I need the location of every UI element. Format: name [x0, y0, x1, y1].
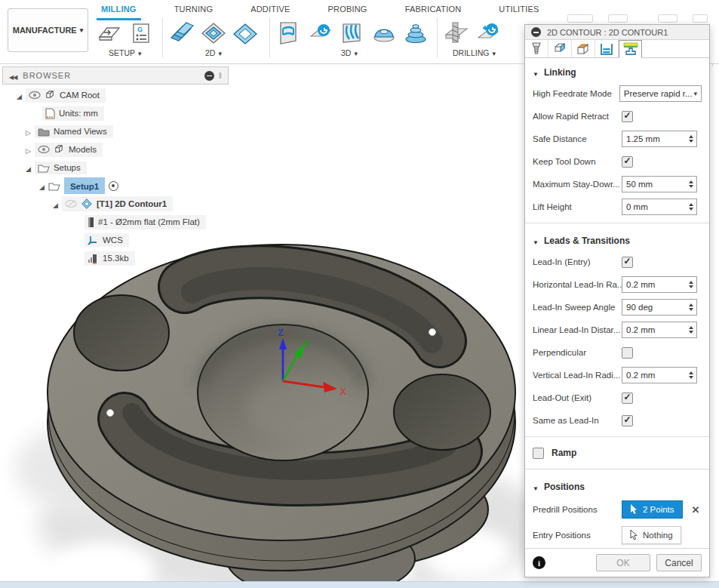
- high-feedrate-mode-dropdown[interactable]: Preserve rapid r...: [619, 85, 702, 102]
- predrill-point-2[interactable]: [107, 410, 114, 417]
- section-divider: [525, 436, 709, 437]
- post-process-icon[interactable]: G: [127, 19, 155, 48]
- expand-triangle-icon[interactable]: [17, 88, 22, 102]
- expand-triangle-icon[interactable]: [26, 161, 31, 174]
- bore-icon[interactable]: [474, 19, 502, 48]
- setup-group-label[interactable]: SETUP: [109, 48, 142, 57]
- tree-row-named-views[interactable]: Named Views: [26, 124, 113, 139]
- field-label: Lift Height: [533, 202, 622, 211]
- same-as-lead-in-checkbox[interactable]: ✓: [622, 415, 633, 426]
- eye-icon[interactable]: [29, 90, 41, 100]
- lead-out-checkbox[interactable]: ✓: [622, 393, 633, 404]
- active-setup-indicator-icon[interactable]: [109, 181, 118, 191]
- spiral-icon[interactable]: [401, 19, 430, 48]
- leads-section-header[interactable]: Leads & Transitions: [525, 228, 709, 251]
- tree-row-units[interactable]: Units: mm: [42, 106, 104, 121]
- safe-distance-input[interactable]: 1.25 mm: [622, 131, 697, 147]
- 2d-contour-icon[interactable]: [231, 19, 260, 48]
- tree-row-statistics[interactable]: 15.3kb: [84, 251, 135, 266]
- collapsed-triangle-icon[interactable]: [26, 125, 31, 138]
- section-collapse-icon[interactable]: [533, 234, 539, 248]
- tool-tab-icon[interactable]: [525, 40, 548, 57]
- entry-positions-button[interactable]: Nothing: [622, 526, 681, 544]
- heights-tab-icon[interactable]: [572, 40, 595, 57]
- eye-icon[interactable]: [38, 144, 50, 155]
- spinner-arrows[interactable]: [686, 368, 696, 383]
- field-label: Keep Tool Down: [533, 157, 622, 166]
- spinner-arrows[interactable]: [686, 177, 696, 192]
- ramp-checkbox[interactable]: [533, 448, 544, 459]
- same-as-lead-in-row: Same as Lead-In ✓: [525, 409, 709, 432]
- ok-button[interactable]: OK: [596, 554, 650, 571]
- tree-row-models[interactable]: Models: [26, 142, 103, 157]
- horizontal-icon[interactable]: [306, 19, 335, 48]
- high-feedrate-mode-row: High Feedrate Mode Preserve rapid r...: [525, 82, 709, 105]
- lift-height-input[interactable]: 0 mm: [622, 199, 697, 215]
- tree-row-setups[interactable]: Setups: [26, 160, 87, 175]
- 2d-adaptive-icon[interactable]: [167, 19, 196, 48]
- info-icon[interactable]: [533, 556, 545, 569]
- tree-row-tool[interactable]: #1 - Ø2mm flat (2mm Flat): [84, 214, 206, 229]
- positions-section-header[interactable]: Positions: [525, 474, 709, 497]
- drilling-group-label[interactable]: DRILLING: [453, 48, 496, 57]
- expand-triangle-icon[interactable]: [53, 197, 58, 211]
- linking-section-header[interactable]: Linking: [525, 60, 709, 82]
- cancel-button[interactable]: Cancel: [656, 554, 702, 571]
- setup1-selected-highlight[interactable]: Setup1: [64, 177, 105, 194]
- tree-label: WCS: [103, 236, 123, 245]
- geometry-tab-icon[interactable]: [548, 40, 572, 57]
- allow-rapid-retract-checkbox[interactable]: ✓: [622, 111, 633, 122]
- expand-triangle-icon[interactable]: [39, 179, 45, 192]
- spinner-arrows[interactable]: [686, 277, 696, 292]
- 2d-contour-dialog: 2D CONTOUR : 2D CONTOUR1: [524, 24, 710, 577]
- timeline-bar[interactable]: [0, 581, 719, 588]
- linear-lead-in-distance-input[interactable]: 0.2 mm: [622, 322, 697, 338]
- wcs-icon: [88, 235, 99, 245]
- clear-predrill-selection-icon[interactable]: [692, 504, 700, 516]
- linking-tab-icon[interactable]: [619, 40, 642, 58]
- 3d-group-label[interactable]: 3D: [341, 48, 358, 57]
- dialog-handle-icon[interactable]: [531, 27, 541, 37]
- spinner-arrows[interactable]: [686, 300, 696, 315]
- section-collapse-icon[interactable]: [533, 66, 539, 79]
- tree-row-cam-root[interactable]: CAM Root: [17, 88, 106, 103]
- section-collapse-icon[interactable]: [533, 480, 539, 494]
- setup-icon[interactable]: [95, 19, 124, 48]
- lead-in-entry-row: Lead-In (Entry) ✓: [525, 251, 709, 273]
- spinner-arrows[interactable]: [686, 322, 696, 337]
- dialog-title-bar[interactable]: 2D CONTOUR : 2D CONTOUR1: [525, 25, 709, 40]
- tree-row-setup1[interactable]: Setup1: [39, 178, 118, 193]
- browser-minimize-icon[interactable]: [204, 71, 214, 81]
- cursor-icon: [630, 530, 638, 540]
- folder-icon: [38, 127, 50, 137]
- predrill-positions-button[interactable]: 2 Points: [622, 500, 683, 519]
- scallop-icon[interactable]: [370, 19, 398, 48]
- horizontal-lead-in-radius-input[interactable]: 0.2 mm: [622, 276, 697, 293]
- drill-icon[interactable]: [442, 19, 471, 48]
- ramp-section-title[interactable]: Ramp: [552, 448, 576, 458]
- pocket-clearing-icon[interactable]: [338, 19, 367, 48]
- lead-in-sweep-angle-input[interactable]: 90 deg: [622, 299, 697, 316]
- adaptive-clearing-icon[interactable]: [275, 19, 303, 48]
- collapse-browser-icon[interactable]: [9, 69, 17, 82]
- spinner-arrows[interactable]: [686, 199, 696, 214]
- maximum-stay-down-input[interactable]: 50 mm: [622, 176, 697, 192]
- part-hole-left[interactable]: [74, 295, 169, 371]
- 2d-group-label[interactable]: 2D: [205, 48, 222, 57]
- tree-row-2d-contour1[interactable]: [T1] 2D Contour1: [53, 196, 173, 211]
- spinner-arrows[interactable]: [686, 131, 696, 146]
- lead-in-checkbox[interactable]: ✓: [622, 257, 633, 268]
- keep-tool-down-checkbox[interactable]: ✓: [622, 156, 633, 168]
- workspace-switcher-button[interactable]: MANUFACTURE: [8, 8, 88, 52]
- perpendicular-checkbox[interactable]: [622, 347, 633, 359]
- tree-row-wcs[interactable]: WCS: [84, 232, 129, 248]
- passes-tab-icon[interactable]: [595, 40, 619, 57]
- collapsed-triangle-icon[interactable]: [26, 143, 31, 156]
- part-hole-right[interactable]: [394, 374, 490, 450]
- hidden-eye-icon[interactable]: [65, 199, 77, 209]
- browser-header[interactable]: BROWSER ‖: [2, 66, 229, 85]
- field-label: Same as Lead-In: [533, 416, 622, 425]
- predrill-point-1[interactable]: [429, 329, 436, 336]
- 2d-pocket-icon[interactable]: [199, 19, 228, 48]
- vertical-lead-in-radius-input[interactable]: 0.2 mm: [622, 367, 697, 383]
